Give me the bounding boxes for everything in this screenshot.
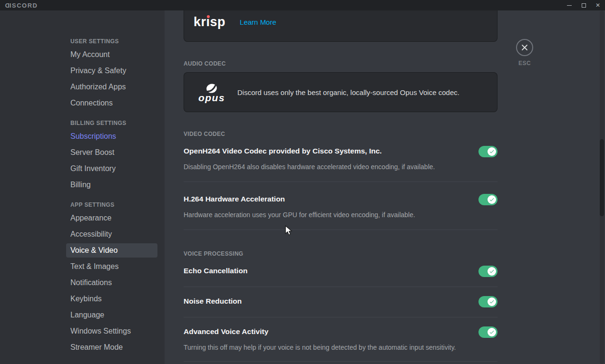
sidebar-item-gift-inventory[interactable]: Gift Inventory [66,162,157,176]
advanced-voice-activity-note: Turning this off may help if your voice … [184,343,498,352]
divider [184,361,498,362]
advanced-voice-activity-title: Advanced Voice Activity [184,327,268,336]
noise-reduction-row: Noise Reduction [184,297,498,307]
divider [184,230,498,230]
sidebar-item-authorized-apps[interactable]: Authorized Apps [66,80,157,94]
video-codec-section: VIDEO CODEC OpenH264 Video Codec provide… [184,130,498,230]
close-icon: ✕ [595,2,600,9]
advanced-voice-activity-row: Advanced Voice Activity [184,327,498,338]
discord-wordmark: DISCORD [4,2,38,9]
sidebar-item-language[interactable]: Language [66,308,157,322]
sidebar-item-voice-video[interactable]: Voice & Video [66,243,157,258]
advanced-voice-activity-toggle[interactable] [478,326,498,338]
audio-codec-section: AUDIO CODEC opus Discord uses only the b… [184,60,498,112]
sidebar-item-text-images[interactable]: Text & Images [66,259,157,274]
krisp-learn-more-link[interactable]: Learn More [240,18,276,26]
minimize-button[interactable] [562,0,576,10]
h264-row: H.264 Hardware Acceleration [184,194,498,205]
divider [184,287,498,287]
openh264-row: OpenH264 Video Codec provided by Cisco S… [184,146,498,157]
opus-card: opus Discord uses only the best organic,… [184,72,498,112]
noise-reduction-title: Noise Reduction [184,297,242,306]
openh264-note: Disabling OpenH264 also disables hardwar… [184,163,498,171]
check-icon [489,197,495,202]
minimize-icon [567,5,572,6]
close-window-button[interactable]: ✕ [591,0,605,10]
sidebar-item-connections[interactable]: Connections [66,96,157,110]
scrollbar-thumb[interactable] [600,139,604,216]
video-codec-header: VIDEO CODEC [184,130,498,138]
maximize-icon [582,3,586,8]
check-icon [489,149,495,154]
esc-label: ESC [516,60,533,67]
sidebar-item-privacy-safety[interactable]: Privacy & Safety [66,64,157,78]
settings-content-area: krısp Learn More AUDIO CODEC opus [165,10,605,364]
openh264-toggle[interactable] [478,146,498,157]
opus-description: Discord uses only the best organic, loca… [237,88,459,96]
window-controls: ✕ [562,0,605,10]
check-icon [489,268,495,274]
sidebar-item-server-boost[interactable]: Server Boost [66,145,157,160]
echo-cancellation-row: Echo Cancellation [184,266,498,277]
check-icon [489,299,495,305]
close-x-icon [521,44,528,51]
audio-codec-header: AUDIO CODEC [184,60,498,67]
check-icon [489,329,495,335]
sidebar-item-keybinds[interactable]: Keybinds [66,292,157,306]
sidebar-item-notifications[interactable]: Notifications [66,276,157,290]
openh264-title: OpenH264 Video Codec provided by Cisco S… [184,146,382,156]
nav-section-app-settings: APP SETTINGS Appearance Accessibility Vo… [66,199,157,354]
sidebar-item-billing[interactable]: Billing [66,178,157,192]
sidebar-item-subscriptions[interactable]: Subscriptions [66,129,157,144]
noise-reduction-toggle[interactable] [478,296,498,307]
h264-title: H.264 Hardware Acceleration [184,194,285,204]
sidebar-item-appearance[interactable]: Appearance [66,211,157,225]
echo-cancellation-toggle[interactable] [478,266,498,277]
settings-sidebar: USER SETTINGS My Account Privacy & Safet… [0,10,165,364]
close-settings: ESC [516,39,533,67]
sidebar-item-streamer-mode[interactable]: Streamer Mode [66,340,157,354]
nav-header-user-settings: USER SETTINGS [66,35,157,48]
titlebar: DISCORD ✕ [0,0,605,10]
nav-header-app-settings: APP SETTINGS [66,199,157,211]
settings-nav: USER SETTINGS My Account Privacy & Safet… [66,10,157,354]
voice-processing-header: VOICE PROCESSING [184,250,498,258]
nav-header-billing-settings: BILLING SETTINGS [66,117,157,129]
echo-cancellation-title: Echo Cancellation [184,266,247,276]
close-settings-button[interactable] [516,39,533,56]
sidebar-item-my-account[interactable]: My Account [66,48,157,62]
maximize-button[interactable] [576,0,591,10]
voice-processing-section: VOICE PROCESSING Echo Cancellation Noise… [184,250,498,362]
divider [184,317,498,317]
h264-note: Hardware acceleration uses your GPU for … [184,211,498,219]
opus-logo: opus [194,82,230,103]
sidebar-item-windows-settings[interactable]: Windows Settings [66,324,157,338]
sidebar-item-accessibility[interactable]: Accessibility [66,227,157,241]
krisp-logo: krısp [194,15,225,29]
divider [184,182,498,182]
nav-section-user-settings: USER SETTINGS My Account Privacy & Safet… [66,35,157,110]
h264-toggle[interactable] [478,194,498,205]
nav-section-billing-settings: BILLING SETTINGS Subscriptions Server Bo… [66,117,157,192]
